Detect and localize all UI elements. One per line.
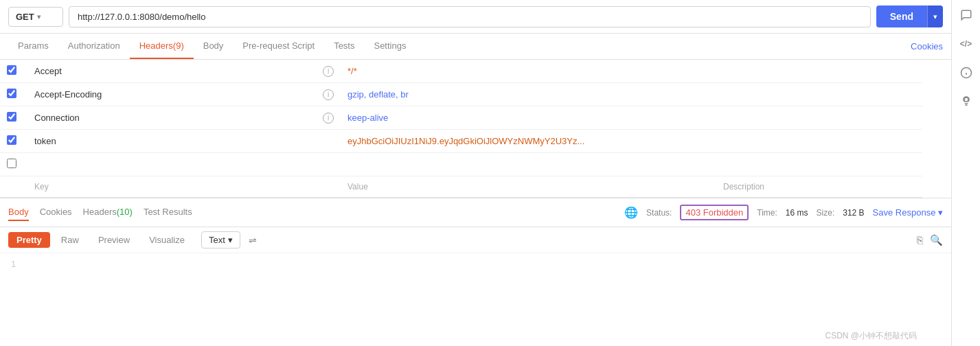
col-header-key: Key bbox=[34, 182, 49, 192]
status-section: 🌐 Status: 403 Forbidden Time: 16 ms Size… bbox=[624, 205, 943, 220]
response-tab-test-results[interactable]: Test Results bbox=[144, 204, 192, 221]
format-right-icons: ⎘ 🔍 bbox=[917, 234, 943, 246]
format-bar: Pretty Raw Preview Visualize Text ▾ ⇌ ⎘ … bbox=[0, 227, 951, 253]
header-value-token: eyJhbGciOiJIUzI1NiJ9.eyJqdGkiOiJlOWYzNWM… bbox=[347, 136, 584, 146]
table-row-empty bbox=[0, 153, 922, 176]
column-headers-row: Key Value Description bbox=[0, 176, 922, 198]
header-key-token: token bbox=[34, 136, 56, 146]
info-icon-connection[interactable]: i bbox=[323, 113, 334, 124]
header-value-encoding: gzip, deflate, br bbox=[347, 89, 409, 100]
cookies-link[interactable]: Cookies bbox=[911, 34, 943, 58]
svg-point-3 bbox=[964, 97, 968, 102]
header-key-accept: Accept bbox=[34, 66, 62, 76]
right-sidebar: </> bbox=[951, 0, 980, 346]
filter-icon[interactable]: ⇌ bbox=[249, 235, 257, 246]
table-row: Accept-Encoding i gzip, deflate, br bbox=[0, 83, 922, 106]
format-raw-button[interactable]: Raw bbox=[53, 232, 87, 248]
header-checkbox-accept[interactable] bbox=[7, 65, 16, 75]
send-chevron-button[interactable]: ▾ bbox=[927, 5, 943, 27]
header-checkbox-encoding[interactable] bbox=[7, 89, 16, 98]
save-response-button[interactable]: Save Response ▾ bbox=[873, 207, 943, 218]
method-chevron-icon: ▾ bbox=[37, 13, 41, 21]
info-icon-encoding[interactable]: i bbox=[323, 89, 334, 100]
watermark: CSDN @小钟不想敲代码 bbox=[825, 330, 917, 342]
method-select[interactable]: GET ▾ bbox=[8, 7, 63, 27]
info-circle-icon[interactable] bbox=[957, 63, 976, 82]
col-header-description: Description bbox=[723, 182, 764, 192]
line-number: 1 bbox=[11, 259, 16, 269]
size-label: Size: bbox=[817, 208, 835, 218]
format-pretty-button[interactable]: Pretty bbox=[8, 232, 50, 248]
body-content: 1 bbox=[0, 253, 951, 275]
tabs-bar: Params Authorization Headers(9) Body Pre… bbox=[0, 34, 951, 60]
format-preview-button[interactable]: Preview bbox=[90, 232, 138, 248]
header-checkbox-connection[interactable] bbox=[7, 112, 16, 122]
table-row: token eyJhbGciOiJIUzI1NiJ9.eyJqdGkiOiJlO… bbox=[0, 130, 922, 153]
url-bar: GET ▾ Send ▾ bbox=[0, 0, 951, 34]
format-visualize-button[interactable]: Visualize bbox=[141, 232, 193, 248]
header-value-connection: keep-alive bbox=[347, 113, 388, 123]
table-row: Connection i keep-alive bbox=[0, 106, 922, 130]
tab-headers[interactable]: Headers(9) bbox=[130, 34, 194, 59]
method-label: GET bbox=[16, 12, 34, 22]
status-label: Status: bbox=[646, 208, 672, 218]
size-value: 312 B bbox=[843, 208, 864, 218]
time-label: Time: bbox=[757, 208, 777, 218]
time-value: 16 ms bbox=[786, 208, 808, 218]
url-input[interactable] bbox=[69, 6, 871, 27]
header-key-connection: Connection bbox=[34, 113, 80, 123]
send-button[interactable]: Send bbox=[876, 5, 927, 27]
tab-params[interactable]: Params bbox=[8, 34, 58, 59]
tab-settings[interactable]: Settings bbox=[364, 34, 415, 59]
col-header-value: Value bbox=[347, 182, 368, 192]
copy-icon[interactable]: ⎘ bbox=[917, 234, 923, 246]
send-btn-group: Send ▾ bbox=[876, 5, 943, 27]
header-value-accept: */* bbox=[347, 66, 357, 76]
tab-body[interactable]: Body bbox=[194, 34, 233, 59]
globe-icon: 🌐 bbox=[624, 206, 638, 219]
status-badge: 403 Forbidden bbox=[680, 205, 749, 220]
response-tab-cookies[interactable]: Cookies bbox=[40, 204, 72, 221]
bulb-icon[interactable] bbox=[957, 92, 976, 111]
header-key-encoding: Accept-Encoding bbox=[34, 89, 102, 100]
tab-tests[interactable]: Tests bbox=[324, 34, 364, 59]
text-type-dropdown[interactable]: Text ▾ bbox=[201, 231, 240, 249]
table-row: Accept i */* bbox=[0, 60, 922, 83]
response-bar: Body Cookies Headers(10) Test Results 🌐 … bbox=[0, 198, 951, 227]
headers-table: Accept i */* Accept-Encoding i gzip, def… bbox=[0, 60, 922, 198]
comment-icon[interactable] bbox=[957, 5, 976, 25]
tab-authorization[interactable]: Authorization bbox=[58, 34, 130, 59]
code-icon[interactable]: </> bbox=[957, 34, 976, 54]
header-checkbox-empty[interactable] bbox=[7, 159, 16, 168]
response-tab-headers[interactable]: Headers(10) bbox=[83, 204, 133, 221]
info-icon-accept[interactable]: i bbox=[323, 66, 334, 77]
search-icon[interactable]: 🔍 bbox=[930, 234, 943, 246]
header-checkbox-token[interactable] bbox=[7, 135, 16, 145]
response-tab-body[interactable]: Body bbox=[8, 204, 29, 221]
tab-prerequest[interactable]: Pre-request Script bbox=[233, 34, 324, 59]
